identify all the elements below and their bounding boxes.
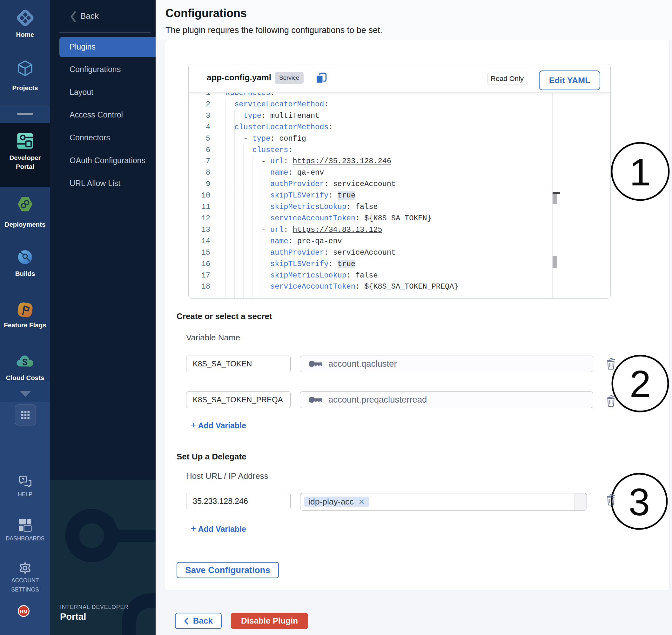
svg-text:$: $ bbox=[22, 356, 28, 367]
svg-text:?: ? bbox=[22, 477, 24, 482]
